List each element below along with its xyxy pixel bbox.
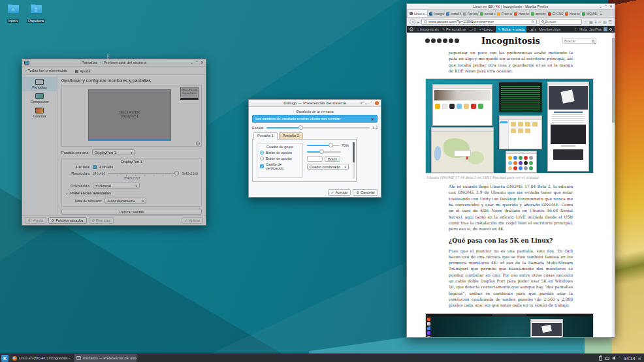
wordpress-logo-icon[interactable]: W bbox=[410, 27, 413, 31]
radio-option-2[interactable]: Botón de opción bbox=[260, 157, 300, 160]
settings-titlebar[interactable]: Pantallas — Preferencias del sistema ⌄ ⌃… bbox=[22, 59, 206, 67]
volume-icon[interactable] bbox=[612, 356, 615, 360]
minimize-icon[interactable]: ⌄ bbox=[364, 101, 368, 105]
browser-tab[interactable]: Apricity OS bbox=[462, 10, 479, 17]
back-button[interactable]: ‹ Todas las preferencias bbox=[25, 68, 67, 72]
avatar[interactable] bbox=[604, 27, 607, 31]
task-system-settings[interactable]: Pantallas — Preferencias del siste... bbox=[74, 354, 137, 362]
panel-menu-icon[interactable]: ☰ bbox=[638, 356, 641, 361]
spinbox[interactable] bbox=[307, 156, 323, 162]
reload-icon[interactable]: ⟳ bbox=[531, 20, 534, 23]
dialog-titlebar[interactable]: Diálogo — Preferencias del sistema ? ⌄ ⌃ bbox=[249, 100, 381, 107]
browser-tab[interactable]: MQW5Zhl... bbox=[581, 10, 598, 17]
slider-handle[interactable] bbox=[329, 143, 333, 147]
apply-button[interactable]: ✓Aplicar bbox=[182, 217, 203, 224]
scrollbar[interactable] bbox=[612, 33, 615, 337]
social-icon[interactable] bbox=[431, 38, 436, 43]
new-tab-button[interactable]: + bbox=[598, 12, 604, 17]
comments-link[interactable]: ▭ 0 bbox=[470, 27, 476, 31]
maximize-icon[interactable]: ⌃ bbox=[195, 61, 199, 65]
menu-icon[interactable]: ☰ bbox=[609, 20, 612, 24]
tab-pestana-1[interactable]: Pestaña 1 bbox=[253, 132, 278, 140]
download-icon[interactable]: ⤓ bbox=[595, 20, 597, 24]
scrollbar[interactable] bbox=[353, 142, 355, 179]
cancel-button[interactable]: ⊘Cancelar bbox=[353, 189, 378, 196]
browser-titlebar[interactable]: Linux en (5K) 4K | Incognitosis - Mozill… bbox=[407, 4, 615, 10]
banner-close-icon[interactable]: ✕ bbox=[371, 117, 374, 121]
browser-tab[interactable]: Install KD... bbox=[445, 10, 462, 17]
browser-tab[interactable]: Linux e... ✕ bbox=[408, 9, 428, 17]
advanced-expander[interactable]: ⌄ Preferencias avanzadas bbox=[65, 191, 198, 195]
combo-box[interactable]: Cuadro combinado▾ bbox=[307, 164, 349, 170]
forward-button[interactable]: ▸ bbox=[417, 20, 419, 24]
sidebar-icon[interactable]: ◫ bbox=[603, 20, 607, 24]
blog-search-box[interactable] bbox=[562, 38, 596, 44]
social-icon[interactable] bbox=[425, 38, 430, 43]
accept-button[interactable]: ✓Aceptar bbox=[328, 189, 351, 196]
customize-link[interactable]: ✎ Personalizar bbox=[442, 27, 466, 31]
stats-icon[interactable] bbox=[530, 27, 536, 31]
maximize-icon[interactable]: ⌃ bbox=[604, 5, 607, 8]
memberships-link[interactable]: Memberships bbox=[539, 27, 560, 31]
info-icon[interactable]: i bbox=[196, 142, 200, 145]
site-title[interactable]: Incognitosis bbox=[459, 36, 562, 46]
search-bar[interactable] bbox=[539, 19, 582, 25]
sidebar-item-gamma[interactable]: Gamma bbox=[22, 106, 57, 120]
maximize-icon[interactable]: ⌃ bbox=[370, 101, 373, 105]
search-input[interactable] bbox=[545, 20, 579, 23]
desktop-icon-inicio[interactable]: ⌂ Inicio bbox=[2, 5, 24, 25]
home-icon[interactable]: ⌂ bbox=[598, 20, 601, 23]
primary-display-combo[interactable]: DisplayPort-1▾ bbox=[92, 149, 135, 155]
unify-outputs-button[interactable]: Unificar salidas bbox=[61, 209, 202, 215]
minimize-icon[interactable]: ⌄ bbox=[599, 5, 602, 8]
refresh-rate-combo[interactable]: Automáticamente▾ bbox=[105, 198, 146, 204]
demo-slider-1[interactable] bbox=[307, 143, 340, 147]
url-bar[interactable]: ⟳ bbox=[421, 19, 537, 25]
social-icon[interactable] bbox=[455, 38, 459, 43]
post-image-unity-screenshot[interactable]: Guardado Publicar bbox=[425, 313, 594, 337]
browser-tab[interactable]: xenial ub... bbox=[479, 10, 496, 17]
demo-button[interactable]: Botón bbox=[325, 156, 340, 162]
moon-icon[interactable]: ☾ bbox=[574, 27, 577, 31]
defaults-button[interactable]: ⟳Predeterminados bbox=[48, 217, 87, 224]
browser-tab[interactable]: apricity o... bbox=[530, 10, 547, 17]
browser-tab[interactable]: El GNOM... bbox=[547, 10, 564, 17]
social-icon[interactable] bbox=[437, 38, 442, 43]
help-footer-button[interactable]: 🛈Ayuda bbox=[25, 217, 46, 224]
tray-expand-icon[interactable]: ⌃ bbox=[618, 356, 621, 360]
task-firefox[interactable]: Linux en (5K) 4K | Incognitosis -... bbox=[10, 354, 72, 362]
orientation-combo[interactable]: ⟲ Normal ▾ bbox=[93, 183, 140, 189]
search-icon[interactable] bbox=[609, 28, 612, 31]
browser-tab[interactable]: From a Si... bbox=[496, 10, 513, 17]
scale-slider[interactable] bbox=[266, 125, 370, 130]
sidebar-item-pantallas[interactable]: Pantallas bbox=[22, 77, 57, 91]
social-icon[interactable] bbox=[449, 38, 453, 43]
minimize-icon[interactable]: ⌄ bbox=[190, 61, 193, 65]
desktop-icon-papelera[interactable]: ▯ Papelera bbox=[25, 5, 47, 25]
library-icon[interactable]: ▤ bbox=[589, 20, 593, 24]
slider-handle[interactable] bbox=[298, 125, 303, 130]
edit-post-link[interactable]: ✎ Editar entrada bbox=[496, 26, 526, 33]
clipboard-icon[interactable] bbox=[599, 356, 602, 361]
reset-button[interactable]: ↺Reiniciar bbox=[89, 217, 114, 224]
app-launcher-button[interactable]: K bbox=[1, 355, 8, 362]
browser-tab[interactable]: How to a... bbox=[513, 10, 530, 17]
howdy-label[interactable]: Hola, JaviPas bbox=[579, 27, 602, 31]
close-icon[interactable]: ✕ bbox=[201, 61, 204, 65]
sidebar-item-compositor[interactable]: Compositor bbox=[22, 91, 57, 106]
resolution-slider[interactable] bbox=[108, 171, 179, 175]
browser-tab[interactable]: Incognito... bbox=[428, 10, 445, 17]
monitor-displayport-1[interactable]: DELL UP2715K DisplayPort-1 bbox=[88, 89, 171, 141]
radio-option-1[interactable]: Botón de opción bbox=[260, 151, 300, 155]
help-icon[interactable]: ? bbox=[361, 101, 362, 105]
help-button[interactable]: ▦ Ayuda bbox=[75, 68, 91, 73]
demo-slider-2[interactable] bbox=[307, 149, 341, 154]
admin-site-link[interactable]: ⌂ Incognitosis bbox=[417, 27, 439, 31]
close-icon[interactable] bbox=[375, 101, 379, 105]
enabled-checkbox[interactable] bbox=[93, 165, 97, 169]
checkbox-option[interactable]: Casilla de verificación bbox=[260, 162, 300, 170]
post-image-gnome-screenshot[interactable] bbox=[425, 78, 594, 173]
browser-tab[interactable]: How to c... bbox=[564, 10, 581, 17]
new-content-link[interactable]: + Nuevo bbox=[479, 27, 492, 31]
url-input[interactable] bbox=[428, 20, 530, 23]
